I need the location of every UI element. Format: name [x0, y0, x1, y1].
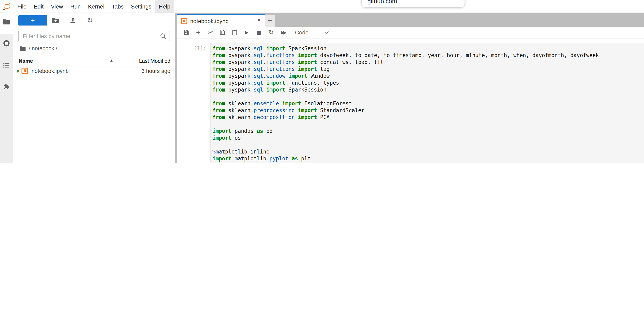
tab-label: notebook.ipynb [190, 18, 229, 24]
kernel-running-dot [16, 70, 19, 73]
panel-splitter[interactable] [175, 13, 177, 163]
new-tab-button[interactable]: + [265, 16, 275, 27]
running-kernels-icon[interactable] [3, 40, 10, 47]
chevron-down-icon[interactable] [325, 31, 329, 34]
menu-item-run[interactable]: Run [67, 0, 84, 13]
copy-icon [219, 29, 226, 36]
menu-item-kernel[interactable]: Kernel [84, 0, 108, 13]
scissors-icon: ✂ [208, 29, 213, 36]
restart-kernel-button[interactable]: ↻ [265, 28, 277, 37]
menu-item-tabs[interactable]: Tabs [108, 0, 127, 13]
file-browser-icon[interactable] [3, 18, 10, 26]
jupyter-logo-icon [3, 3, 11, 11]
table-of-contents-icon[interactable] [3, 62, 10, 69]
menu-item-edit[interactable]: Edit [30, 0, 47, 13]
tab-bar: notebook.ipynb × + [177, 13, 644, 27]
file-name[interactable]: notebook.ipynb [32, 68, 68, 74]
notebook-toolbar: + ✂ ▶ ■ ↻ ▶▶ Code [177, 27, 644, 39]
file-browser-panel: + ↻ / notebook / Name ▲ [13, 13, 175, 163]
interrupt-kernel-button[interactable]: ■ [253, 28, 265, 37]
stop-icon: ■ [257, 29, 262, 36]
new-launcher-button[interactable]: + [18, 16, 47, 26]
browser-popup: github.com [362, 0, 464, 7]
plus-icon: + [196, 29, 201, 36]
column-header-modified[interactable]: Last Modified [139, 58, 170, 64]
cut-cells-button[interactable]: ✂ [204, 28, 216, 37]
browser-popup-origin: github.com [368, 0, 397, 5]
file-modified: 3 hours ago [142, 68, 170, 74]
home-folder-icon[interactable] [20, 45, 26, 52]
search-icon [160, 33, 167, 40]
code-cell: [1]:from pyspark.sql import SparkSession… [177, 43, 644, 163]
new-folder-icon[interactable] [52, 16, 60, 24]
filter-box [18, 31, 170, 41]
notebook-icon [22, 68, 28, 74]
menu-item-help[interactable]: Help [155, 0, 174, 13]
filter-files-input[interactable] [22, 32, 157, 40]
file-listing-header: Name ▲ Last Modified [13, 56, 175, 66]
notebook-icon [181, 18, 187, 24]
close-tab-icon[interactable]: × [257, 16, 261, 24]
notebook-content: [1]:from pyspark.sql import SparkSession… [177, 39, 644, 163]
cell-editor[interactable]: from pyspark.sql import SparkSessionfrom… [210, 43, 644, 163]
tab-notebook[interactable]: notebook.ipynb × [177, 14, 265, 27]
activity-bar [0, 13, 13, 163]
insert-cell-button[interactable]: + [192, 28, 204, 37]
jupyterlab-window: FileEditViewRunKernelTabsSettingsHelp gi… [0, 0, 644, 163]
save-button[interactable] [180, 28, 192, 37]
paste-icon [232, 29, 238, 36]
menu-items: FileEditViewRunKernelTabsSettingsHelp [14, 0, 174, 13]
fast-forward-icon: ▶▶ [281, 29, 286, 36]
paste-cells-button[interactable] [229, 28, 241, 37]
menu-item-view[interactable]: View [47, 0, 66, 13]
breadcrumb-path[interactable]: / notebook / [29, 45, 57, 52]
cell-type-select[interactable]: Code [295, 29, 308, 36]
restart-icon: ↻ [268, 29, 274, 36]
file-row[interactable]: notebook.ipynb3 hours ago [13, 66, 175, 76]
menu-item-file[interactable]: File [14, 0, 30, 13]
upload-icon[interactable] [69, 16, 77, 24]
save-icon [183, 29, 190, 36]
extension-manager-icon[interactable] [3, 83, 10, 90]
menu-bar: FileEditViewRunKernelTabsSettingsHelp [0, 0, 644, 13]
run-icon: ▶ [245, 29, 249, 36]
sort-ascending-icon[interactable]: ▲ [110, 58, 113, 62]
run-all-cells-button[interactable]: ▶▶ [277, 28, 289, 37]
breadcrumb[interactable]: / notebook / [20, 45, 57, 52]
copy-cells-button[interactable] [216, 28, 229, 37]
refresh-icon[interactable]: ↻ [86, 16, 94, 24]
column-header-name[interactable]: Name [18, 58, 33, 64]
input-prompt: [1]: [177, 43, 210, 163]
run-cell-button[interactable]: ▶ [241, 28, 253, 37]
menu-item-settings[interactable]: Settings [127, 0, 155, 13]
notebook-panel: notebook.ipynb × + + ✂ [177, 13, 644, 163]
column-separator [120, 56, 120, 66]
